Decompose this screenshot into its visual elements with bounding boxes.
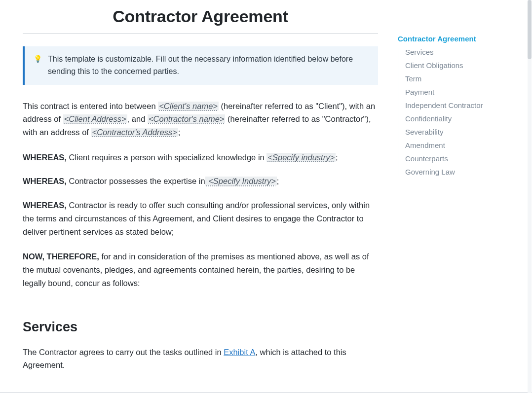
toc-item-confidentiality[interactable]: Confidentiality xyxy=(405,114,511,123)
toc-item-services[interactable]: Services xyxy=(405,48,511,56)
whereas-3: WHEREAS, Contractor is ready to offer su… xyxy=(23,199,378,238)
toc-item-payment[interactable]: Payment xyxy=(405,88,511,96)
lightbulb-icon: 💡 xyxy=(34,53,42,78)
placeholder-client-name[interactable]: <Client's name> xyxy=(158,102,219,110)
toc-item-counterparts[interactable]: Counterparts xyxy=(405,154,511,163)
placeholder-industry-1[interactable]: <Specify industry> xyxy=(266,153,336,162)
whereas-1: WHEREAS, Client requires a person with s… xyxy=(23,151,378,164)
toc-item-independent-contractor[interactable]: Independent Contractor xyxy=(405,101,511,109)
toc-item-severability[interactable]: Severability xyxy=(405,128,511,136)
info-callout: 💡 This template is customizable. Fill ou… xyxy=(23,46,378,85)
placeholder-contractor-name[interactable]: <Contractor's name> xyxy=(148,114,226,123)
page-title: Contractor Agreement xyxy=(23,7,378,26)
section-heading-services: Services xyxy=(23,320,378,335)
document-main: Contractor Agreement 💡 This template is … xyxy=(23,0,398,384)
link-exhibit-a[interactable]: Exhibit A xyxy=(224,348,255,357)
toc-item-client-obligations[interactable]: Client Obligations xyxy=(405,61,511,70)
now-therefore: NOW, THEREFORE, for and in consideration… xyxy=(23,250,378,289)
placeholder-client-address[interactable]: <Client Address> xyxy=(63,114,127,123)
intro-paragraph: This contract is entered into between <C… xyxy=(23,100,378,139)
title-block: Contractor Agreement xyxy=(23,0,378,32)
whereas-2: WHEREAS, Contractor possesses the expert… xyxy=(23,175,378,188)
toc-item-amendment[interactable]: Amendment xyxy=(405,141,511,149)
table-of-contents: Contractor Agreement Services Client Obl… xyxy=(398,0,511,176)
toc-item-governing-law[interactable]: Governing Law xyxy=(405,168,511,176)
toc-item-term[interactable]: Term xyxy=(405,74,511,83)
toc-list: Services Client Obligations Term Payment… xyxy=(398,48,511,176)
placeholder-contractor-address[interactable]: <Contractor's Address> xyxy=(91,128,178,137)
services-paragraph: The Contractor agrees to carry out the t… xyxy=(23,346,378,372)
title-divider xyxy=(23,33,378,34)
placeholder-industry-2[interactable]: <Specify Industry> xyxy=(205,177,277,185)
callout-text: This template is customizable. Fill out … xyxy=(48,53,368,78)
scrollbar[interactable] xyxy=(528,0,532,393)
toc-title-link[interactable]: Contractor Agreement xyxy=(398,35,511,43)
